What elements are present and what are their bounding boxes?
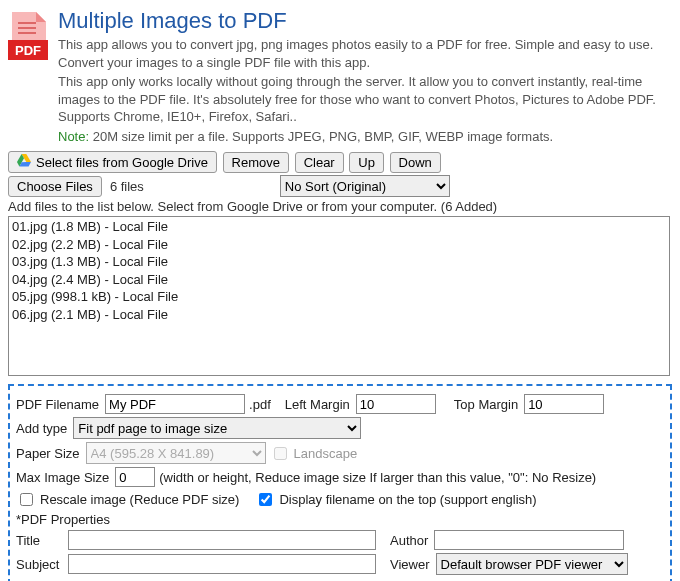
page-title: Multiple Images to PDF [58, 8, 672, 34]
pdf-ext: .pdf [249, 397, 271, 412]
top-margin-label: Top Margin [454, 397, 518, 412]
author-label: Author [390, 533, 428, 548]
pdf-properties-label: *PDF Properties [16, 512, 664, 527]
rescale-label: Rescale image (Reduce PDF size) [40, 492, 239, 507]
google-drive-button[interactable]: Select files from Google Drive [8, 151, 217, 173]
file-list[interactable]: 01.jpg (1.8 MB) - Local File 02.jpg (2.2… [8, 216, 670, 376]
note-label: Note: [58, 129, 89, 144]
viewer-select[interactable]: Default browser PDF viewer [436, 553, 628, 575]
add-type-label: Add type [16, 421, 67, 436]
max-image-size-hint: (width or height, Reduce image size If l… [159, 470, 596, 485]
list-item[interactable]: 04.jpg (2.4 MB) - Local File [12, 271, 666, 289]
title-input[interactable] [68, 530, 376, 550]
display-filename-label: Display filename on the top (support eng… [279, 492, 536, 507]
up-button[interactable]: Up [349, 152, 384, 173]
google-drive-icon [17, 154, 31, 170]
choose-files-button[interactable]: Choose Files [8, 176, 102, 197]
paper-size-label: Paper Size [16, 446, 80, 461]
add-type-select[interactable]: Fit pdf page to image size [73, 417, 361, 439]
svg-rect-3 [18, 27, 36, 29]
top-margin-input[interactable] [524, 394, 604, 414]
svg-rect-4 [18, 32, 36, 34]
title-label: Title [16, 533, 62, 548]
svg-text:PDF: PDF [15, 43, 41, 58]
sort-select[interactable]: No Sort (Original) [280, 175, 450, 197]
list-item[interactable]: 03.jpg (1.3 MB) - Local File [12, 253, 666, 271]
landscape-label: Landscape [294, 446, 358, 461]
description-1: This app allows you to convert jpg, png … [58, 36, 672, 71]
left-margin-input[interactable] [356, 394, 436, 414]
author-input[interactable] [434, 530, 624, 550]
paper-size-select: A4 (595.28 X 841.89) [86, 442, 266, 464]
pdf-icon: PDF [8, 12, 48, 63]
description-2: This app only works locally without goin… [58, 73, 672, 126]
pdf-filename-input[interactable] [105, 394, 245, 414]
file-list-label: Add files to the list below. Select from… [8, 199, 672, 214]
subject-label: Subject [16, 557, 62, 572]
file-count: 6 files [110, 179, 144, 194]
left-margin-label: Left Margin [285, 397, 350, 412]
subject-input[interactable] [68, 554, 376, 574]
list-item[interactable]: 05.jpg (998.1 kB) - Local File [12, 288, 666, 306]
svg-rect-2 [18, 22, 36, 24]
note: Note: 20M size limit per a file. Support… [58, 128, 672, 146]
landscape-checkbox [274, 447, 287, 460]
max-image-size-input[interactable] [115, 467, 155, 487]
google-drive-label: Select files from Google Drive [36, 155, 208, 170]
list-item[interactable]: 01.jpg (1.8 MB) - Local File [12, 218, 666, 236]
viewer-label: Viewer [390, 557, 430, 572]
clear-button[interactable]: Clear [295, 152, 344, 173]
rescale-checkbox[interactable] [20, 493, 33, 506]
options-panel: PDF Filename .pdf Left Margin Top Margin… [8, 384, 672, 581]
list-item[interactable]: 02.jpg (2.2 MB) - Local File [12, 236, 666, 254]
note-text: 20M size limit per a file. Supports JPEG… [89, 129, 553, 144]
down-button[interactable]: Down [390, 152, 441, 173]
remove-button[interactable]: Remove [223, 152, 289, 173]
pdf-filename-label: PDF Filename [16, 397, 99, 412]
display-filename-checkbox[interactable] [259, 493, 272, 506]
list-item[interactable]: 06.jpg (2.1 MB) - Local File [12, 306, 666, 324]
max-image-size-label: Max Image Size [16, 470, 109, 485]
